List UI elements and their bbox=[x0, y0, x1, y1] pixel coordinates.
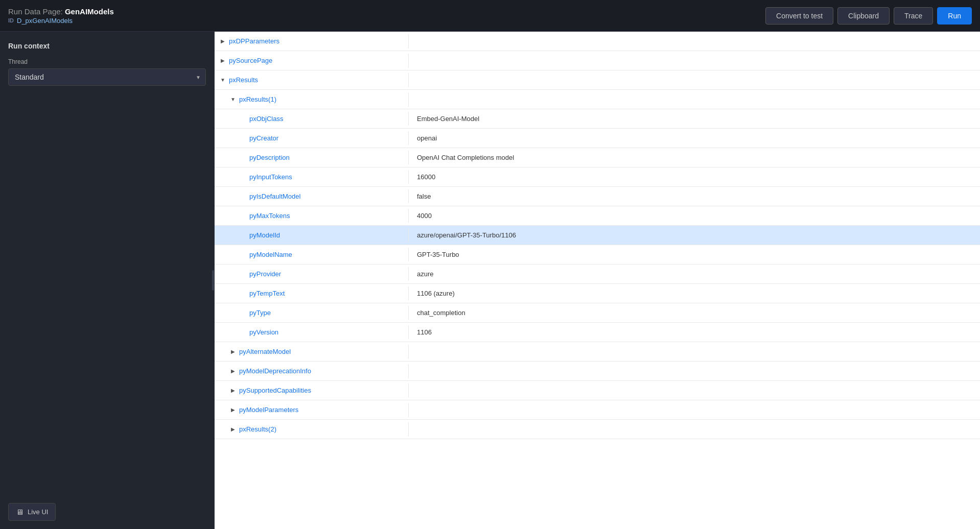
data-page-id: D_pxGenAIModels bbox=[17, 17, 73, 25]
table-row[interactable]: pyIsDefaultModel false bbox=[215, 187, 980, 206]
table-row[interactable]: pyModelName GPT-35-Turbo bbox=[215, 245, 980, 264]
table-row[interactable]: ▶ pxDPParameters bbox=[215, 32, 980, 51]
tree-value-cell: 1106 bbox=[409, 325, 980, 339]
clipboard-button[interactable]: Clipboard bbox=[837, 7, 890, 25]
table-row[interactable]: ▶ pySupportedCapabilities bbox=[215, 381, 980, 400]
table-row[interactable]: pyProvider azure bbox=[215, 264, 980, 284]
run-label-text: Run bbox=[8, 7, 22, 16]
live-ui-label: Live UI bbox=[28, 508, 48, 516]
table-row[interactable]: pyInputTokens 16000 bbox=[215, 167, 980, 187]
tree-value-cell bbox=[409, 58, 980, 64]
tree-key-cell: pyDescription bbox=[215, 151, 409, 164]
tree-key-cell: pxObjClass bbox=[215, 112, 409, 126]
main-content: Run context Thread Standard Background A… bbox=[0, 32, 980, 529]
id-label: ID bbox=[8, 17, 14, 23]
table-row[interactable]: ▶ pySourcePage bbox=[215, 51, 980, 70]
table-row[interactable]: pyDescription OpenAI Chat Completions mo… bbox=[215, 148, 980, 167]
tree-key-link[interactable]: pyProvider bbox=[249, 270, 281, 278]
table-row[interactable]: pyVersion 1106 bbox=[215, 323, 980, 342]
collapse-icon[interactable]: ▶ bbox=[229, 406, 237, 414]
tree-key-link[interactable]: pyMaxTokens bbox=[249, 212, 290, 220]
tree-value-cell bbox=[409, 407, 980, 413]
expand-icon[interactable]: ▼ bbox=[229, 95, 237, 104]
tree-key-link[interactable]: pyCreator bbox=[249, 134, 278, 142]
data-panel[interactable]: ▶ pxDPParameters ▶ pySourcePage ▼ pxResu… bbox=[215, 32, 980, 529]
header-subtitle: ID D_pxGenAIModels bbox=[8, 17, 114, 25]
dp-label-text: Data Page: bbox=[25, 7, 63, 16]
thread-label: Thread bbox=[8, 58, 206, 65]
collapse-icon[interactable]: ▶ bbox=[219, 37, 227, 45]
table-row[interactable]: pyCreator openai bbox=[215, 129, 980, 148]
tree-key-cell: pyIsDefaultModel bbox=[215, 189, 409, 203]
tree-key-link[interactable]: pyDescription bbox=[249, 154, 290, 161]
convert-to-test-button[interactable]: Convert to test bbox=[765, 7, 833, 25]
table-row[interactable]: pyModelId azure/openai/GPT-35-Turbo/1106 bbox=[215, 226, 980, 245]
tree-key-link[interactable]: pyModelParameters bbox=[239, 406, 298, 414]
tree-key-link[interactable]: pyModelId bbox=[249, 231, 280, 239]
tree-value-cell: chat_completion bbox=[409, 306, 980, 320]
tree-value-cell: 16000 bbox=[409, 170, 980, 184]
tree-key-cell: pyModelId bbox=[215, 228, 409, 242]
resize-handle[interactable] bbox=[212, 270, 214, 291]
tree-key-link[interactable]: pyVersion bbox=[249, 328, 278, 336]
table-row[interactable]: pxObjClass Embed-GenAI-Model bbox=[215, 109, 980, 129]
run-button[interactable]: Run bbox=[937, 7, 972, 25]
tree-key-link[interactable]: pySourcePage bbox=[229, 57, 272, 64]
thread-select-wrapper: Standard Background Automations bbox=[8, 68, 206, 86]
tree-key-cell: ▼ pxResults bbox=[215, 73, 409, 87]
tree-key-link[interactable]: pxDPParameters bbox=[229, 37, 279, 45]
table-row[interactable]: ▶ pyModelDeprecationInfo bbox=[215, 362, 980, 381]
run-context-title: Run context bbox=[8, 42, 206, 50]
header-buttons: Convert to test Clipboard Trace Run bbox=[765, 7, 972, 25]
tree-key-link[interactable]: pyIsDefaultModel bbox=[249, 193, 300, 200]
tree-key-cell: pyVersion bbox=[215, 325, 409, 339]
tree-key-link[interactable]: pxObjClass bbox=[249, 115, 283, 123]
sidebar: Run context Thread Standard Background A… bbox=[0, 32, 215, 529]
tree-key-cell: pyTempText bbox=[215, 286, 409, 300]
collapse-icon[interactable]: ▶ bbox=[229, 425, 237, 434]
tree-key-cell: ▶ pxResults(2) bbox=[215, 422, 409, 437]
tree-key-link[interactable]: pyTempText bbox=[249, 290, 285, 297]
tree-key-link[interactable]: pyModelName bbox=[249, 251, 292, 258]
tree-key-link[interactable]: pyType bbox=[249, 309, 271, 317]
dp-name-text: GenAIModels bbox=[65, 7, 114, 16]
table-row[interactable]: ▶ pyAlternateModel bbox=[215, 342, 980, 362]
collapse-icon[interactable]: ▶ bbox=[219, 57, 227, 65]
table-row[interactable]: pyType chat_completion bbox=[215, 303, 980, 323]
tree-value-cell: openai bbox=[409, 131, 980, 145]
collapse-icon[interactable]: ▶ bbox=[229, 367, 237, 375]
tree-key-link[interactable]: pyAlternateModel bbox=[239, 348, 291, 355]
live-ui-button[interactable]: 🖥 Live UI bbox=[8, 503, 56, 521]
tree-key-link[interactable]: pySupportedCapabilities bbox=[239, 387, 311, 394]
table-row[interactable]: pyTempText 1106 (azure) bbox=[215, 284, 980, 303]
tree-value-cell: azure/openai/GPT-35-Turbo/1106 bbox=[409, 228, 980, 242]
collapse-icon[interactable]: ▶ bbox=[229, 387, 237, 395]
tree-key-cell: ▼ pxResults(1) bbox=[215, 92, 409, 107]
monitor-icon: 🖥 bbox=[16, 508, 24, 516]
tree-key-cell: ▶ pxDPParameters bbox=[215, 34, 409, 49]
tree-value-cell: GPT-35-Turbo bbox=[409, 248, 980, 261]
tree-value-cell: OpenAI Chat Completions model bbox=[409, 151, 980, 164]
tree-value-cell: azure bbox=[409, 267, 980, 281]
tree-key-link[interactable]: pxResults bbox=[229, 76, 258, 84]
collapse-icon[interactable]: ▶ bbox=[229, 348, 237, 356]
tree-value-cell bbox=[409, 426, 980, 432]
header: Run Data Page: GenAIModels ID D_pxGenAIM… bbox=[0, 0, 980, 32]
table-row[interactable]: pyMaxTokens 4000 bbox=[215, 206, 980, 226]
tree-key-cell: ▶ pySourcePage bbox=[215, 54, 409, 68]
table-row[interactable]: ▶ pxResults(2) bbox=[215, 420, 980, 439]
table-row[interactable]: ▼ pxResults bbox=[215, 70, 980, 90]
tree-key-link[interactable]: pyModelDeprecationInfo bbox=[239, 367, 311, 375]
thread-select[interactable]: Standard Background Automations bbox=[8, 68, 206, 86]
tree-key-link[interactable]: pyInputTokens bbox=[249, 173, 292, 181]
table-row[interactable]: ▶ pyModelParameters bbox=[215, 400, 980, 420]
table-row[interactable]: ▼ pxResults(1) bbox=[215, 90, 980, 109]
tree-key-cell: pyInputTokens bbox=[215, 170, 409, 184]
tree-key-link[interactable]: pxResults(1) bbox=[239, 95, 276, 103]
expand-icon[interactable]: ▼ bbox=[219, 76, 227, 84]
tree-value-cell bbox=[409, 38, 980, 44]
tree-value-cell: Embed-GenAI-Model bbox=[409, 112, 980, 126]
tree-value-cell: 4000 bbox=[409, 209, 980, 223]
trace-button[interactable]: Trace bbox=[894, 7, 933, 25]
tree-key-link[interactable]: pxResults(2) bbox=[239, 425, 276, 433]
